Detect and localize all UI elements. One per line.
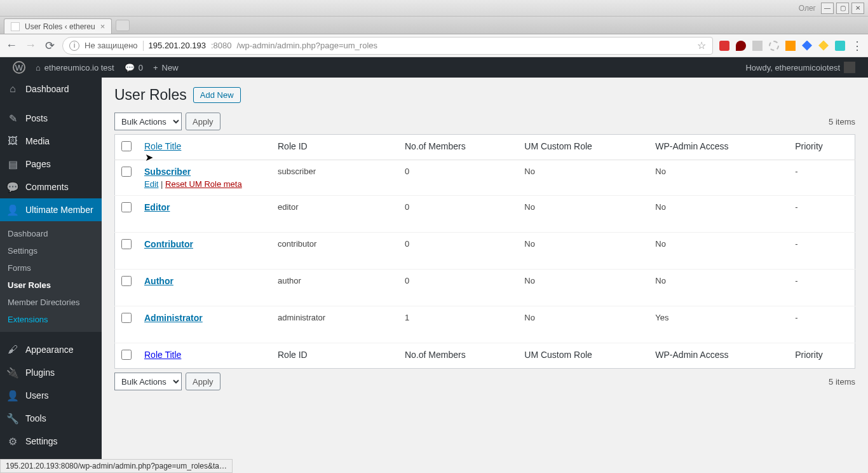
url-port: :8080 <box>211 41 232 50</box>
table-row: Administrator administrator 1 No Yes - <box>115 306 855 343</box>
window-minimize-button[interactable]: — <box>821 3 834 14</box>
row-checkbox[interactable] <box>121 313 132 323</box>
comment-bubble-icon: 💬 <box>125 63 135 72</box>
comments-link[interactable]: 💬0 <box>119 57 148 78</box>
role-title-link[interactable]: Administrator <box>144 313 203 323</box>
submenu-user-roles[interactable]: User Roles <box>0 277 102 294</box>
tab-favicon <box>11 22 20 31</box>
members-cell: 1 <box>398 306 518 343</box>
menu-comments[interactable]: 💬Comments <box>0 175 102 198</box>
window-maximize-button[interactable]: ▢ <box>836 3 849 14</box>
admin-sidebar: ⌂Dashboard ✎Posts 🖼Media ▤Pages 💬Comment… <box>0 78 102 473</box>
tools-icon: 🔧 <box>6 412 19 425</box>
row-checkbox[interactable] <box>121 276 132 286</box>
add-new-button[interactable]: Add New <box>193 87 241 103</box>
bookmark-star-icon[interactable]: ☆ <box>697 39 706 51</box>
menu-users[interactable]: 👤Users <box>0 384 102 407</box>
comments-icon: 💬 <box>6 181 19 193</box>
apply-button-bottom[interactable]: Apply <box>186 373 220 390</box>
menu-plugins[interactable]: 🔌Plugins <box>0 361 102 384</box>
menu-settings[interactable]: ⚙Settings <box>0 430 102 453</box>
role-id-cell: subscriber <box>271 160 398 196</box>
extension-icons <box>719 41 845 51</box>
ext-icon-2[interactable] <box>736 41 746 51</box>
ext-icon-3[interactable] <box>752 41 763 51</box>
info-icon[interactable]: i <box>69 41 79 51</box>
new-tab-button[interactable] <box>116 20 130 31</box>
ext-icon-5[interactable] <box>785 41 796 51</box>
url-path: /wp-admin/admin.php?page=um_roles <box>237 41 378 50</box>
plugins-icon: 🔌 <box>6 366 19 379</box>
role-title-link[interactable]: Editor <box>144 202 170 212</box>
new-content-link[interactable]: +New <box>148 57 184 78</box>
site-name-link[interactable]: ⌂ethereumico.io test <box>31 57 119 78</box>
tab-close-icon[interactable]: × <box>100 22 105 31</box>
priority-cell: - <box>789 160 855 196</box>
table-row: Author author 0 No No - <box>115 270 855 306</box>
col-role-title-bottom[interactable]: Role Title <box>144 350 181 360</box>
browser-menu-icon[interactable]: ⋮ <box>851 39 863 53</box>
table-row: SubscriberEdit | Reset UM Role meta subs… <box>115 160 855 196</box>
menu-pages[interactable]: ▤Pages <box>0 153 102 175</box>
wp-logo[interactable]: W <box>8 57 31 78</box>
url-box[interactable]: i Не защищено 195.201.20.193:8080/wp-adm… <box>62 37 713 55</box>
row-action-reset[interactable]: Reset UM Role meta <box>165 179 242 189</box>
submenu-forms[interactable]: Forms <box>0 259 102 277</box>
col-access: WP-Admin Access <box>649 135 789 160</box>
submenu-dashboard[interactable]: Dashboard <box>0 225 102 242</box>
members-cell: 0 <box>398 270 518 306</box>
role-title-link[interactable]: Contributor <box>144 239 193 249</box>
col-role-title[interactable]: Role Title <box>144 141 181 151</box>
role-title-link[interactable]: Subscriber <box>144 167 191 177</box>
url-separator <box>143 41 144 51</box>
row-checkbox[interactable] <box>121 202 132 212</box>
row-checkbox[interactable] <box>121 239 132 249</box>
plus-icon: + <box>153 63 158 72</box>
nav-reload-icon[interactable]: ⟳ <box>43 39 56 53</box>
submenu-settings[interactable]: Settings <box>0 242 102 259</box>
avatar <box>844 62 855 73</box>
table-row: Contributor contributor 0 No No - <box>115 233 855 270</box>
role-title-link[interactable]: Author <box>144 276 173 286</box>
wordpress-icon: W <box>13 61 25 74</box>
menu-media[interactable]: 🖼Media <box>0 130 102 153</box>
access-cell: No <box>649 160 789 196</box>
ext-icon-4[interactable] <box>769 41 779 51</box>
os-username: Олег <box>799 4 816 13</box>
menu-posts[interactable]: ✎Posts <box>0 107 102 130</box>
nav-forward-icon[interactable]: → <box>24 39 37 52</box>
ext-icon-6[interactable] <box>802 41 812 51</box>
wp-adminbar: W ⌂ethereumico.io test 💬0 +New Howdy, et… <box>0 57 868 78</box>
bulk-actions-select[interactable]: Bulk Actions <box>114 113 182 130</box>
ext-icon-8[interactable] <box>835 41 845 51</box>
col-custom-bottom: UM Custom Role <box>518 343 649 369</box>
select-all-checkbox-bottom[interactable] <box>121 350 132 360</box>
select-all-checkbox[interactable] <box>121 141 132 151</box>
settings-icon: ⚙ <box>6 435 19 448</box>
col-role-id-bottom: Role ID <box>271 343 398 369</box>
row-checkbox[interactable] <box>121 167 132 177</box>
bulk-actions-select-bottom[interactable]: Bulk Actions <box>114 373 182 390</box>
ext-icon-1[interactable] <box>719 41 729 51</box>
submenu-extensions[interactable]: Extensions <box>0 311 102 328</box>
menu-tools[interactable]: 🔧Tools <box>0 407 102 430</box>
howdy-account[interactable]: Howdy, ethereumicoiotest <box>740 57 860 78</box>
menu-dashboard[interactable]: ⌂Dashboard <box>0 78 102 100</box>
window-titlebar: Олег — ▢ ✕ <box>0 0 868 17</box>
access-cell: No <box>649 233 789 270</box>
menu-ultimate-member[interactable]: 👤Ultimate Member <box>0 198 102 221</box>
nav-back-icon[interactable]: ← <box>5 39 18 52</box>
submenu-member-directories[interactable]: Member Directories <box>0 294 102 311</box>
custom-cell: No <box>518 233 649 270</box>
row-action-edit[interactable]: Edit <box>144 179 158 189</box>
roles-table: Role Title Role ID No.of Members UM Cust… <box>114 134 855 369</box>
apply-button[interactable]: Apply <box>186 113 220 130</box>
browser-tab[interactable]: User Roles ‹ ethereu × <box>4 18 112 34</box>
col-custom: UM Custom Role <box>518 135 649 160</box>
ext-icon-7[interactable] <box>818 41 829 51</box>
custom-cell: No <box>518 196 649 233</box>
browser-tabstrip: User Roles ‹ ethereu × <box>0 17 868 34</box>
menu-appearance[interactable]: 🖌Appearance <box>0 338 102 361</box>
window-close-button[interactable]: ✕ <box>851 3 864 14</box>
custom-cell: No <box>518 306 649 343</box>
